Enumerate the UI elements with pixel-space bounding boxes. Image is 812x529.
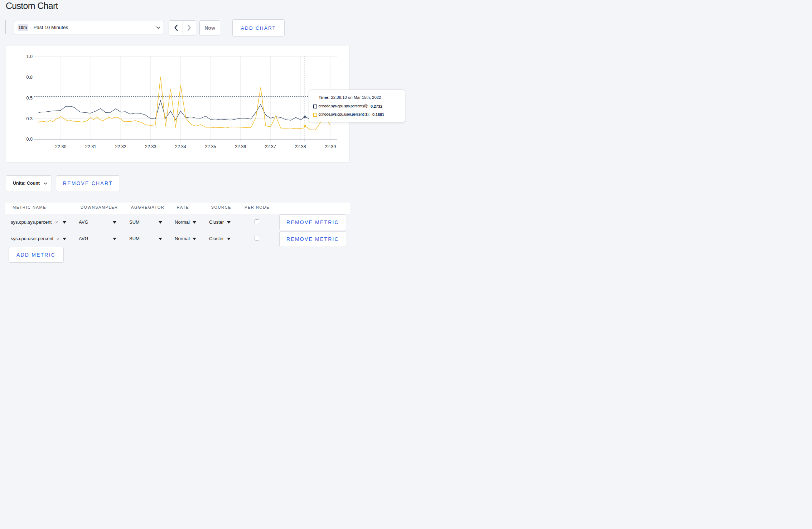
- svg-text:1.0: 1.0: [26, 54, 33, 59]
- svg-text:22:36: 22:36: [235, 144, 246, 149]
- svg-text:0.0: 0.0: [26, 137, 33, 142]
- svg-text:22:33: 22:33: [145, 144, 156, 149]
- svg-text:0.3: 0.3: [26, 116, 33, 121]
- svg-text:0.5: 0.5: [26, 96, 33, 101]
- svg-text:22:38: 22:38: [295, 144, 306, 149]
- svg-text:22:37: 22:37: [265, 144, 276, 149]
- svg-text:22:34: 22:34: [175, 144, 186, 149]
- svg-text:22:31: 22:31: [85, 144, 96, 149]
- svg-text:22:32: 22:32: [115, 144, 126, 149]
- svg-text:22:30: 22:30: [55, 144, 66, 149]
- svg-text:0.8: 0.8: [26, 75, 33, 80]
- svg-text:22:35: 22:35: [205, 144, 216, 149]
- svg-text:22:39: 22:39: [325, 144, 336, 149]
